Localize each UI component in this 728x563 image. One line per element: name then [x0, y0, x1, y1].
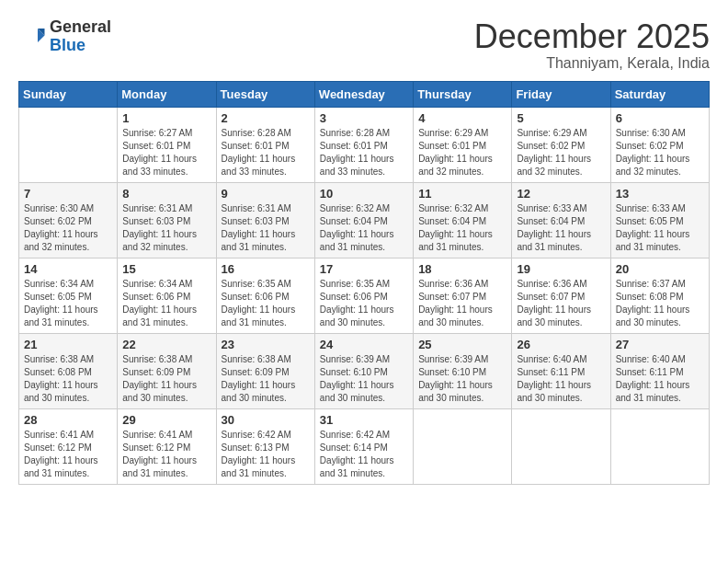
- day-info: Sunrise: 6:35 AMSunset: 6:06 PMDaylight:…: [222, 278, 310, 329]
- logo: General Blue: [18, 18, 111, 55]
- day-number: 13: [616, 187, 704, 201]
- day-number: 7: [24, 187, 112, 201]
- calendar-cell: [512, 408, 610, 484]
- weekday-header-saturday: Saturday: [610, 81, 709, 107]
- day-number: 21: [24, 338, 112, 351]
- day-number: 26: [517, 338, 605, 351]
- calendar-cell: 11Sunrise: 6:32 AMSunset: 6:04 PMDayligh…: [414, 182, 512, 258]
- day-number: 20: [616, 262, 704, 276]
- day-info: Sunrise: 6:37 AMSunset: 6:08 PMDaylight:…: [616, 278, 704, 329]
- day-number: 28: [24, 413, 112, 427]
- day-info: Sunrise: 6:34 AMSunset: 6:05 PMDaylight:…: [24, 278, 112, 329]
- day-number: 22: [122, 338, 210, 351]
- calendar-cell: 17Sunrise: 6:35 AMSunset: 6:06 PMDayligh…: [314, 258, 413, 333]
- calendar-week-3: 14Sunrise: 6:34 AMSunset: 6:05 PMDayligh…: [19, 258, 710, 333]
- day-info: Sunrise: 6:38 AMSunset: 6:09 PMDaylight:…: [122, 353, 210, 405]
- day-info: Sunrise: 6:39 AMSunset: 6:10 PMDaylight:…: [320, 353, 408, 405]
- day-number: 27: [616, 338, 704, 351]
- calendar-cell: 1Sunrise: 6:27 AMSunset: 6:01 PMDaylight…: [118, 107, 216, 182]
- weekday-header-row: SundayMondayTuesdayWednesdayThursdayFrid…: [19, 81, 710, 107]
- month-title: December 2025: [474, 18, 710, 55]
- location: Thanniyam, Kerala, India: [474, 55, 710, 72]
- calendar-cell: 12Sunrise: 6:33 AMSunset: 6:04 PMDayligh…: [512, 182, 610, 258]
- day-number: 24: [320, 338, 408, 351]
- day-info: Sunrise: 6:38 AMSunset: 6:08 PMDaylight:…: [24, 353, 112, 405]
- calendar-cell: [610, 408, 709, 484]
- day-number: 16: [222, 262, 310, 276]
- day-info: Sunrise: 6:30 AMSunset: 6:02 PMDaylight:…: [24, 202, 112, 254]
- logo-general-text: General: [50, 18, 111, 37]
- day-number: 31: [320, 413, 408, 427]
- day-number: 2: [222, 111, 310, 125]
- calendar-cell: 5Sunrise: 6:29 AMSunset: 6:02 PMDaylight…: [512, 107, 610, 182]
- day-info: Sunrise: 6:28 AMSunset: 6:01 PMDaylight:…: [320, 127, 408, 178]
- calendar-week-5: 28Sunrise: 6:41 AMSunset: 6:12 PMDayligh…: [19, 408, 710, 484]
- day-info: Sunrise: 6:31 AMSunset: 6:03 PMDaylight:…: [222, 202, 310, 254]
- calendar-week-2: 7Sunrise: 6:30 AMSunset: 6:02 PMDaylight…: [19, 182, 710, 258]
- day-info: Sunrise: 6:35 AMSunset: 6:06 PMDaylight:…: [320, 278, 408, 329]
- day-number: 4: [418, 111, 506, 125]
- day-info: Sunrise: 6:40 AMSunset: 6:11 PMDaylight:…: [616, 353, 704, 405]
- calendar-cell: 13Sunrise: 6:33 AMSunset: 6:05 PMDayligh…: [610, 182, 709, 258]
- calendar-cell: 4Sunrise: 6:29 AMSunset: 6:01 PMDaylight…: [414, 107, 512, 182]
- day-number: 19: [517, 262, 605, 276]
- day-number: 11: [418, 187, 506, 201]
- day-number: 23: [222, 338, 310, 351]
- day-info: Sunrise: 6:40 AMSunset: 6:11 PMDaylight:…: [517, 353, 605, 405]
- day-number: 3: [320, 111, 408, 125]
- logo-blue-text: Blue: [50, 37, 111, 55]
- day-number: 6: [616, 111, 704, 125]
- calendar-cell: 29Sunrise: 6:41 AMSunset: 6:12 PMDayligh…: [118, 408, 216, 484]
- calendar-cell: 30Sunrise: 6:42 AMSunset: 6:13 PMDayligh…: [216, 408, 314, 484]
- calendar-cell: 2Sunrise: 6:28 AMSunset: 6:01 PMDaylight…: [216, 107, 314, 182]
- day-number: 9: [222, 187, 310, 201]
- day-number: 14: [24, 262, 112, 276]
- calendar-week-4: 21Sunrise: 6:38 AMSunset: 6:08 PMDayligh…: [19, 333, 710, 408]
- day-number: 25: [418, 338, 506, 351]
- weekday-header-tuesday: Tuesday: [216, 81, 314, 107]
- weekday-header-thursday: Thursday: [414, 81, 512, 107]
- calendar-cell: 7Sunrise: 6:30 AMSunset: 6:02 PMDaylight…: [19, 182, 118, 258]
- day-info: Sunrise: 6:32 AMSunset: 6:04 PMDaylight:…: [418, 202, 506, 254]
- calendar-cell: 25Sunrise: 6:39 AMSunset: 6:10 PMDayligh…: [414, 333, 512, 408]
- weekday-header-wednesday: Wednesday: [314, 81, 413, 107]
- calendar-week-1: 1Sunrise: 6:27 AMSunset: 6:01 PMDaylight…: [19, 107, 710, 182]
- day-info: Sunrise: 6:27 AMSunset: 6:01 PMDaylight:…: [122, 127, 210, 178]
- calendar-cell: 16Sunrise: 6:35 AMSunset: 6:06 PMDayligh…: [216, 258, 314, 333]
- day-number: 8: [122, 187, 210, 201]
- calendar-cell: 6Sunrise: 6:30 AMSunset: 6:02 PMDaylight…: [610, 107, 709, 182]
- calendar-cell: 14Sunrise: 6:34 AMSunset: 6:05 PMDayligh…: [19, 258, 118, 333]
- page-header: General Blue December 2025 Thanniyam, Ke…: [18, 18, 710, 72]
- calendar-cell: 22Sunrise: 6:38 AMSunset: 6:09 PMDayligh…: [118, 333, 216, 408]
- calendar-cell: 9Sunrise: 6:31 AMSunset: 6:03 PMDaylight…: [216, 182, 314, 258]
- calendar-cell: 21Sunrise: 6:38 AMSunset: 6:08 PMDayligh…: [19, 333, 118, 408]
- day-info: Sunrise: 6:33 AMSunset: 6:04 PMDaylight:…: [517, 202, 605, 254]
- day-number: 15: [122, 262, 210, 276]
- calendar-cell: 19Sunrise: 6:36 AMSunset: 6:07 PMDayligh…: [512, 258, 610, 333]
- logo-icon: [18, 23, 46, 51]
- day-number: 17: [320, 262, 408, 276]
- day-number: 10: [320, 187, 408, 201]
- day-info: Sunrise: 6:32 AMSunset: 6:04 PMDaylight:…: [320, 202, 408, 254]
- calendar-cell: 10Sunrise: 6:32 AMSunset: 6:04 PMDayligh…: [314, 182, 413, 258]
- weekday-header-friday: Friday: [512, 81, 610, 107]
- day-info: Sunrise: 6:36 AMSunset: 6:07 PMDaylight:…: [418, 278, 506, 329]
- day-info: Sunrise: 6:28 AMSunset: 6:01 PMDaylight:…: [222, 127, 310, 178]
- title-block: December 2025 Thanniyam, Kerala, India: [474, 18, 710, 72]
- calendar-cell: 27Sunrise: 6:40 AMSunset: 6:11 PMDayligh…: [610, 333, 709, 408]
- day-number: 1: [122, 111, 210, 125]
- calendar-cell: 8Sunrise: 6:31 AMSunset: 6:03 PMDaylight…: [118, 182, 216, 258]
- calendar-cell: 26Sunrise: 6:40 AMSunset: 6:11 PMDayligh…: [512, 333, 610, 408]
- calendar-cell: [414, 408, 512, 484]
- calendar-cell: 15Sunrise: 6:34 AMSunset: 6:06 PMDayligh…: [118, 258, 216, 333]
- day-number: 5: [517, 111, 605, 125]
- day-info: Sunrise: 6:39 AMSunset: 6:10 PMDaylight:…: [418, 353, 506, 405]
- calendar-cell: 24Sunrise: 6:39 AMSunset: 6:10 PMDayligh…: [314, 333, 413, 408]
- day-number: 18: [418, 262, 506, 276]
- day-info: Sunrise: 6:38 AMSunset: 6:09 PMDaylight:…: [222, 353, 310, 405]
- calendar-cell: [19, 107, 118, 182]
- day-info: Sunrise: 6:33 AMSunset: 6:05 PMDaylight:…: [616, 202, 704, 254]
- day-info: Sunrise: 6:41 AMSunset: 6:12 PMDaylight:…: [24, 429, 112, 480]
- day-number: 29: [122, 413, 210, 427]
- calendar-cell: 31Sunrise: 6:42 AMSunset: 6:14 PMDayligh…: [314, 408, 413, 484]
